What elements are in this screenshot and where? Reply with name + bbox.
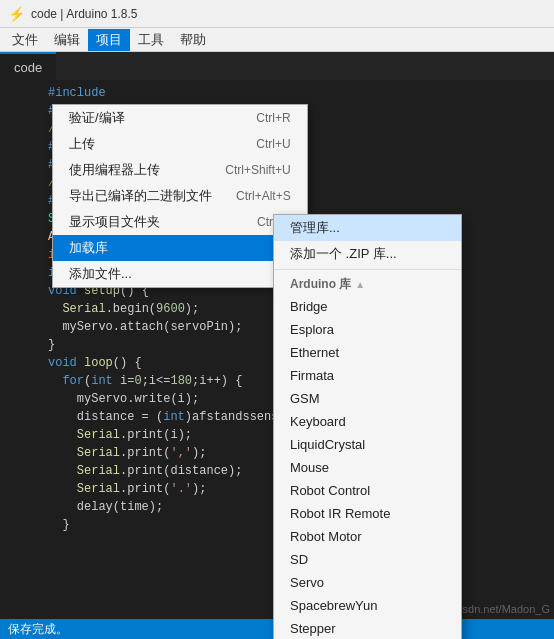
lib-add-zip-item[interactable]: 添加一个 .ZIP 库... <box>274 241 461 267</box>
status-text: 保存完成。 <box>8 621 68 638</box>
lib-stepper[interactable]: Stepper <box>274 617 461 639</box>
menu-verify[interactable]: 验证/编译 Ctrl+R <box>53 105 307 131</box>
lib-servo[interactable]: Servo <box>274 571 461 594</box>
lib-firmata[interactable]: Firmata <box>274 364 461 387</box>
editor-area: code #include #include // 定义超 #define tr… <box>0 52 554 639</box>
lib-manage-item[interactable]: 管理库... <box>274 215 461 241</box>
title-text: code | Arduino 1.8.5 <box>31 7 138 21</box>
tab-bar: code <box>0 52 554 80</box>
lib-gsm[interactable]: GSM <box>274 387 461 410</box>
menu-upload-programmer[interactable]: 使用编程器上传 Ctrl+Shift+U <box>53 157 307 183</box>
add-zip-label: 添加一个 .ZIP 库... <box>290 245 397 263</box>
library-submenu[interactable]: 管理库... 添加一个 .ZIP 库... Arduino 库 ▲ Bridge… <box>273 214 462 639</box>
triangle-icon: ▲ <box>355 279 365 290</box>
title-bar: ⚡ code | Arduino 1.8.5 <box>0 0 554 28</box>
menu-add-file[interactable]: 添加文件... <box>53 261 307 287</box>
lib-spacebrewyun[interactable]: SpacebrewYun <box>274 594 461 617</box>
lib-esplora[interactable]: Esplora <box>274 318 461 341</box>
menu-project[interactable]: 项目 <box>88 29 130 51</box>
menu-show-folder[interactable]: 显示项目文件夹 Ctrl+K <box>53 209 307 235</box>
menu-upload[interactable]: 上传 Ctrl+U <box>53 131 307 157</box>
library-submenu-container: 管理库... 添加一个 .ZIP 库... Arduino 库 ▲ Bridge… <box>273 214 462 639</box>
lib-keyboard[interactable]: Keyboard <box>274 410 461 433</box>
section-header-text: Arduino 库 <box>290 276 351 293</box>
lib-robot-motor[interactable]: Robot Motor <box>274 525 461 548</box>
lib-robot-ir-remote[interactable]: Robot IR Remote <box>274 502 461 525</box>
menu-export-binary[interactable]: 导出已编译的二进制文件 Ctrl+Alt+S <box>53 183 307 209</box>
menu-help[interactable]: 帮助 <box>172 29 214 51</box>
lib-bridge[interactable]: Bridge <box>274 295 461 318</box>
lib-sd[interactable]: SD <box>274 548 461 571</box>
lib-ethernet[interactable]: Ethernet <box>274 341 461 364</box>
menu-file[interactable]: 文件 <box>4 29 46 51</box>
app-icon: ⚡ <box>8 6 25 22</box>
tab-code[interactable]: code <box>0 52 56 80</box>
arduino-section-header: Arduino 库 ▲ <box>274 272 461 295</box>
lib-mouse[interactable]: Mouse <box>274 456 461 479</box>
menu-edit[interactable]: 编辑 <box>46 29 88 51</box>
manage-label: 管理库... <box>290 219 340 237</box>
menu-load-library[interactable]: 加载库 ▶ <box>53 235 307 261</box>
menu-tools[interactable]: 工具 <box>130 29 172 51</box>
lib-robot-control[interactable]: Robot Control <box>274 479 461 502</box>
lib-liquidcrystal[interactable]: LiquidCrystal <box>274 433 461 456</box>
project-menu[interactable]: 验证/编译 Ctrl+R 上传 Ctrl+U 使用编程器上传 Ctrl+Shif… <box>52 104 308 288</box>
menu-bar: 文件 编辑 项目 工具 帮助 <box>0 28 554 52</box>
